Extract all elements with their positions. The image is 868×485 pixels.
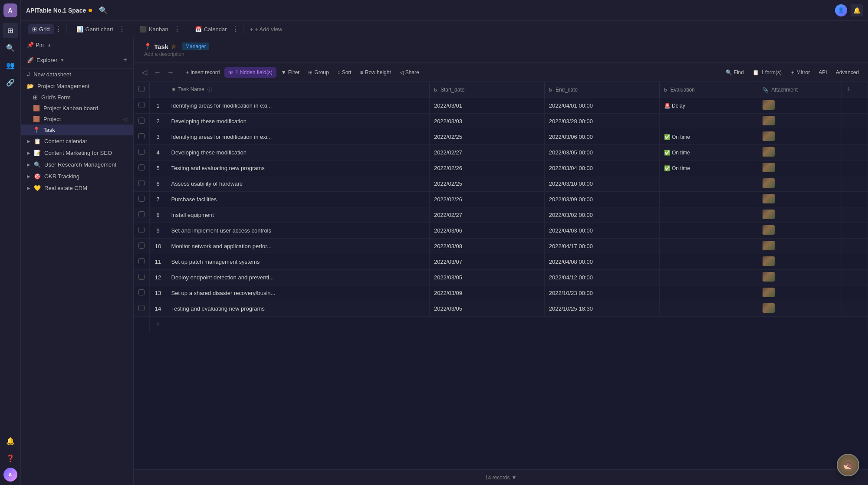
row-start-cell[interactable]: 2022/02/26 <box>429 160 544 176</box>
row-attach-cell[interactable] <box>758 98 842 113</box>
row-checkbox-cell[interactable] <box>134 254 149 269</box>
table-row[interactable]: 14 Testing and evaluating new programs 2… <box>134 301 868 316</box>
table-row[interactable]: 4 Developing these modification 2022/02/… <box>134 144 868 160</box>
user-avatar[interactable]: A <box>3 468 17 482</box>
attachment-thumb[interactable] <box>763 116 775 125</box>
row-start-cell[interactable]: 2022/02/25 <box>429 176 544 191</box>
table-row[interactable]: 12 Deploy endpoint detection and prevent… <box>134 269 868 285</box>
attachment-thumb[interactable] <box>763 163 775 172</box>
sidebar-item-user-research[interactable]: ▶ 🔍 User Research Management <box>21 159 133 170</box>
tab-gantt[interactable]: 📊 Gantt chart <box>72 24 118 34</box>
attachment-thumb[interactable] <box>763 178 775 188</box>
row-task-cell[interactable]: Set and implement user access controls <box>167 223 429 238</box>
row-eval-cell[interactable] <box>659 207 758 223</box>
row-eval-cell[interactable] <box>659 285 758 301</box>
add-row-icon[interactable]: + <box>149 316 167 332</box>
insert-record-button[interactable]: + Insert record <box>182 67 224 78</box>
app-logo[interactable]: A <box>3 3 17 17</box>
row-height-button[interactable]: ≡ Row height <box>356 67 395 78</box>
row-end-cell[interactable]: 2022/03/28 00:00 <box>544 113 659 129</box>
sidebar-item-task[interactable]: 📍 Task <box>21 125 133 135</box>
row-checkbox-cell[interactable] <box>134 129 149 144</box>
row-eval-cell[interactable] <box>659 238 758 254</box>
row-checkbox-cell[interactable] <box>134 176 149 191</box>
row-task-cell[interactable]: Developing these modification <box>167 144 429 160</box>
row-start-cell[interactable]: 2022/03/09 <box>429 285 544 301</box>
tab-grid[interactable]: ⊞ Grid <box>28 24 54 34</box>
row-end-cell[interactable]: 2022/10/25 18:30 <box>544 301 659 316</box>
table-row[interactable]: 9 Set and implement user access controls… <box>134 223 868 238</box>
row-end-cell[interactable]: 2022/04/03 00:00 <box>544 223 659 238</box>
filter-button[interactable]: ▼ Filter <box>277 67 304 78</box>
notifications-btn[interactable]: 🔔 <box>851 4 863 16</box>
explorer-toggle[interactable]: 🚀 Explorer ▼ <box>27 57 64 63</box>
row-eval-cell[interactable]: 🚨 Delay <box>659 98 758 113</box>
row-attach-cell[interactable] <box>758 285 842 301</box>
select-all-checkbox[interactable] <box>138 86 145 92</box>
row-task-cell[interactable]: Developing these modification <box>167 113 429 129</box>
row-start-cell[interactable]: 2022/03/05 <box>429 269 544 285</box>
row-start-cell[interactable]: 2022/03/06 <box>429 223 544 238</box>
table-row[interactable]: 5 Testing and evaluating new programs 20… <box>134 160 868 176</box>
add-datasheet-button[interactable]: + <box>123 56 127 64</box>
row-checkbox[interactable] <box>138 227 145 233</box>
sidebar-item-project-kanban[interactable]: 🟫 Project Kanban board <box>21 103 133 114</box>
row-attach-cell[interactable] <box>758 176 842 191</box>
row-start-cell[interactable]: 2022/02/26 <box>429 191 544 207</box>
forms-button[interactable]: 📋 1 form(s) <box>749 67 786 78</box>
sidebar-item-new-datasheet[interactable]: # New datasheet <box>21 69 133 80</box>
sidebar-item-content-marketing[interactable]: ▶ 📝 Content Marketing for SEO <box>21 147 133 159</box>
row-task-cell[interactable]: Identifying areas for modification in ex… <box>167 98 429 113</box>
table-row[interactable]: 1 Identifying areas for modification in … <box>134 98 868 113</box>
sidebar-item-content-calendar[interactable]: ▶ 📋 Content calendar <box>21 135 133 147</box>
row-attach-cell[interactable] <box>758 129 842 144</box>
row-eval-cell[interactable] <box>659 223 758 238</box>
attachment-thumb[interactable] <box>763 303 775 313</box>
row-task-cell[interactable]: Deploy endpoint detection and preventi..… <box>167 269 429 285</box>
table-row[interactable]: 10 Monitor network and application perfo… <box>134 238 868 254</box>
attachment-thumb[interactable] <box>763 194 775 203</box>
row-end-cell[interactable]: 2022/04/01 00:00 <box>544 98 659 113</box>
row-end-cell[interactable]: 2022/04/17 00:00 <box>544 238 659 254</box>
attachment-thumb[interactable] <box>763 272 775 282</box>
row-attach-cell[interactable] <box>758 144 842 160</box>
row-task-cell[interactable]: Install equipment <box>167 207 429 223</box>
attachment-thumb[interactable] <box>763 241 775 250</box>
row-end-cell[interactable]: 2022/03/09 00:00 <box>544 191 659 207</box>
th-add-column[interactable]: + <box>842 82 868 98</box>
add-row[interactable]: + <box>134 316 868 332</box>
row-checkbox[interactable] <box>138 180 145 186</box>
nav-integration[interactable]: 🔗 <box>3 75 18 90</box>
row-end-cell[interactable]: 2022/04/08 00:00 <box>544 254 659 269</box>
row-start-cell[interactable]: 2022/03/03 <box>429 113 544 129</box>
table-row[interactable]: 13 Set up a shared disaster recovery/bus… <box>134 285 868 301</box>
add-column-icon[interactable]: + <box>846 85 851 94</box>
sidebar-item-project-management[interactable]: 📂 Project Management <box>21 80 133 92</box>
attachment-thumb[interactable] <box>763 288 775 297</box>
row-eval-cell[interactable] <box>659 254 758 269</box>
row-eval-cell[interactable] <box>659 269 758 285</box>
row-start-cell[interactable]: 2022/03/05 <box>429 301 544 316</box>
row-eval-cell[interactable] <box>659 301 758 316</box>
attachment-thumb[interactable] <box>763 225 775 235</box>
row-attach-cell[interactable] <box>758 301 842 316</box>
nav-search[interactable]: 🔍 <box>3 40 18 56</box>
row-checkbox-cell[interactable] <box>134 269 149 285</box>
row-end-cell[interactable]: 2022/03/06 00:00 <box>544 129 659 144</box>
sidebar-item-real-estate[interactable]: ▶ 💛 Real estate CRM <box>21 182 133 194</box>
attachment-thumb[interactable] <box>763 131 775 141</box>
row-attach-cell[interactable] <box>758 238 842 254</box>
row-eval-cell[interactable]: ✅ On time <box>659 160 758 176</box>
sidebar-item-project[interactable]: 🟫 Project ◁ <box>21 114 133 125</box>
row-checkbox[interactable] <box>138 289 145 295</box>
row-checkbox-cell[interactable] <box>134 207 149 223</box>
add-view-button[interactable]: + + Add view <box>245 24 286 34</box>
pin-area[interactable]: 📌 Pin ▲ <box>21 38 133 52</box>
record-count-chevron[interactable]: ▼ <box>511 475 516 481</box>
row-start-cell[interactable]: 2022/02/27 <box>429 144 544 160</box>
row-checkbox[interactable] <box>138 211 145 217</box>
row-checkbox[interactable] <box>138 118 145 124</box>
row-eval-cell[interactable]: ✅ On time <box>659 144 758 160</box>
nav-notifications[interactable]: 🔔 <box>3 433 18 449</box>
attachment-thumb[interactable] <box>763 147 775 157</box>
